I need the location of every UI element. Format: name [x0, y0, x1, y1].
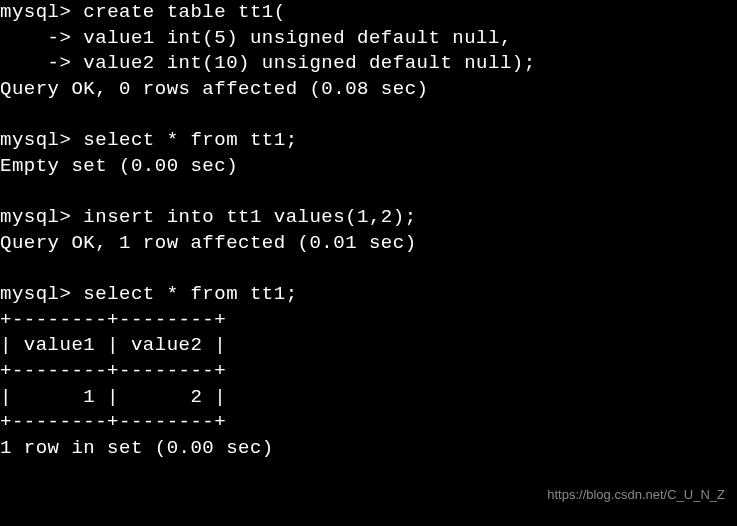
table-row: | 1 | 2 | — [0, 386, 226, 408]
terminal-output: mysql> create table tt1( -> value1 int(5… — [0, 0, 737, 462]
cmd-text: select * from tt1; — [71, 129, 297, 151]
result-text: Empty set (0.00 sec) — [0, 155, 238, 177]
cont-prompt: -> — [0, 52, 71, 74]
cmd-text: value1 int(5) unsigned default null, — [71, 27, 511, 49]
prompt: mysql> — [0, 129, 71, 151]
result-text: Query OK, 0 rows affected (0.08 sec) — [0, 78, 428, 100]
cont-prompt: -> — [0, 27, 71, 49]
table-border: +--------+--------+ — [0, 309, 226, 331]
result-text: Query OK, 1 row affected (0.01 sec) — [0, 232, 417, 254]
cmd-text: value2 int(10) unsigned default null); — [71, 52, 535, 74]
table-border: +--------+--------+ — [0, 360, 226, 382]
table-border: +--------+--------+ — [0, 411, 226, 433]
cmd-text: insert into tt1 values(1,2); — [71, 206, 416, 228]
prompt: mysql> — [0, 1, 71, 23]
result-text: 1 row in set (0.00 sec) — [0, 437, 274, 459]
cmd-text: create table tt1( — [71, 1, 285, 23]
watermark: https://blog.csdn.net/C_U_N_Z — [547, 486, 725, 504]
table-header: | value1 | value2 | — [0, 334, 226, 356]
prompt: mysql> — [0, 283, 71, 305]
prompt: mysql> — [0, 206, 71, 228]
cmd-text: select * from tt1; — [71, 283, 297, 305]
